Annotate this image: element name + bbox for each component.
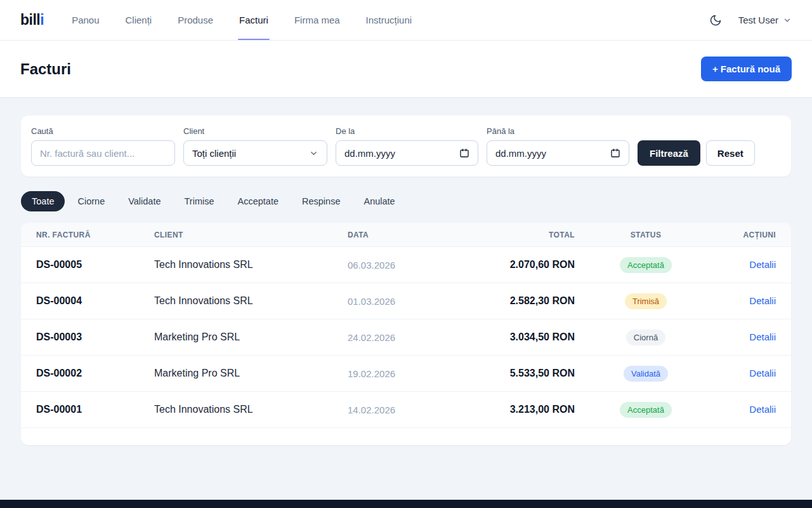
topbar-right: Test User: [709, 14, 792, 27]
invoice-client: Tech Innovations SRL: [154, 404, 348, 415]
table-row: DS-00003 Marketing Pro SRL 24.02.2026 3.…: [21, 319, 791, 356]
calendar-icon: [459, 148, 469, 158]
status-badge: Ciornă: [626, 330, 665, 345]
tab-ciorne[interactable]: Ciorne: [67, 191, 115, 211]
invoice-number: DS-00005: [36, 259, 154, 271]
invoice-client: Tech Innovations SRL: [154, 259, 348, 271]
filter-button[interactable]: Filtrează: [638, 140, 700, 166]
date-from-field: De la dd.mm.yyyy: [336, 126, 478, 166]
main-nav: Panou Clienți Produse Facturi Firma mea …: [72, 0, 412, 40]
invoice-total: 5.533,50 RON: [465, 368, 575, 379]
header-client: CLIENT: [154, 231, 348, 239]
invoice-number: DS-00001: [36, 404, 154, 415]
header-status: STATUS: [575, 231, 717, 239]
date-from-value: dd.mm.yyyy: [344, 148, 395, 159]
search-input[interactable]: [31, 140, 175, 166]
table-footer-spacer: [21, 428, 791, 445]
nav-item-clienti[interactable]: Clienți: [126, 0, 152, 40]
invoice-client: Tech Innovations SRL: [154, 295, 348, 307]
header-total: TOTAL: [465, 231, 575, 239]
table-row: DS-00004 Tech Innovations SRL 01.03.2026…: [21, 283, 791, 319]
page-title: Facturi: [20, 60, 71, 78]
invoice-total: 3.034,50 RON: [465, 331, 575, 343]
header-actiuni: ACȚIUNI: [717, 231, 776, 239]
invoice-total: 2.582,30 RON: [465, 295, 575, 307]
nav-item-produse[interactable]: Produse: [178, 0, 213, 40]
tab-validate[interactable]: Validate: [117, 191, 171, 211]
details-link[interactable]: Detalii: [749, 295, 776, 306]
invoice-total: 3.213,00 RON: [465, 404, 575, 415]
invoice-client: Marketing Pro SRL: [154, 368, 348, 379]
status-badge: Acceptată: [620, 402, 672, 418]
search-field: Caută: [31, 126, 175, 166]
chevron-down-icon: [309, 149, 318, 158]
table-row: DS-00001 Tech Innovations SRL 14.02.2026…: [21, 392, 791, 428]
date-to-field: Până la dd.mm.yyyy: [487, 126, 629, 166]
invoice-total: 2.070,60 RON: [465, 259, 575, 271]
bottom-bar: [0, 500, 812, 508]
date-to-value: dd.mm.yyyy: [495, 148, 546, 159]
invoice-date: 24.02.2026: [348, 332, 465, 343]
filters-card: Caută Client Toți clienții De la dd.mm.y…: [21, 116, 791, 177]
brand-logo[interactable]: billi: [20, 11, 44, 29]
page-header: Facturi + Factură nouă: [0, 41, 812, 98]
invoice-number: DS-00003: [36, 331, 154, 343]
main-content: Caută Client Toți clienții De la dd.mm.y…: [0, 98, 812, 445]
moon-icon: [709, 14, 722, 27]
invoice-date: 06.03.2026: [348, 260, 465, 271]
table-row: DS-00002 Marketing Pro SRL 19.02.2026 5.…: [21, 356, 791, 392]
reset-button[interactable]: Reset: [706, 140, 755, 166]
header-nr-factura: NR. FACTURĂ: [36, 231, 154, 239]
client-select-value: Toți clienții: [192, 148, 236, 159]
invoice-number: DS-00004: [36, 295, 154, 307]
invoice-date: 19.02.2026: [348, 368, 465, 379]
status-badge: Trimisă: [625, 293, 667, 309]
details-link[interactable]: Detalii: [749, 404, 776, 415]
tab-toate[interactable]: Toate: [21, 191, 65, 211]
nav-item-facturi[interactable]: Facturi: [239, 0, 268, 40]
status-badge: Validată: [624, 366, 668, 382]
date-to-input[interactable]: dd.mm.yyyy: [487, 140, 629, 166]
tab-respinse[interactable]: Respinse: [291, 191, 351, 211]
invoice-date: 01.03.2026: [348, 296, 465, 307]
user-menu[interactable]: Test User: [738, 15, 792, 25]
tab-trimise[interactable]: Trimise: [174, 191, 225, 211]
client-select[interactable]: Toți clienții: [183, 140, 327, 166]
invoice-client: Marketing Pro SRL: [154, 331, 348, 343]
brand-logo-accent: i: [40, 11, 44, 28]
tab-anulate[interactable]: Anulate: [353, 191, 405, 211]
date-from-input[interactable]: dd.mm.yyyy: [336, 140, 478, 166]
nav-item-firma-mea[interactable]: Firma mea: [294, 0, 340, 40]
details-link[interactable]: Detalii: [749, 368, 776, 378]
chevron-down-icon: [783, 16, 792, 25]
table-header-row: NR. FACTURĂ CLIENT DATA TOTAL STATUS ACȚ…: [21, 223, 791, 247]
details-link[interactable]: Detalii: [749, 331, 776, 342]
status-tabs: Toate Ciorne Validate Trimise Acceptate …: [21, 191, 791, 211]
calendar-icon: [610, 148, 620, 158]
client-field: Client Toți clienții: [183, 126, 327, 166]
dark-mode-toggle[interactable]: [709, 14, 722, 27]
tab-acceptate[interactable]: Acceptate: [227, 191, 290, 211]
nav-item-panou[interactable]: Panou: [72, 0, 99, 40]
invoice-date: 14.02.2026: [348, 404, 465, 415]
new-invoice-button[interactable]: + Factură nouă: [701, 57, 792, 81]
nav-item-instructiuni[interactable]: Instrucțiuni: [366, 0, 412, 40]
user-name: Test User: [738, 15, 778, 25]
invoice-number: DS-00002: [36, 368, 154, 379]
brand-logo-main: bill: [20, 11, 40, 28]
date-to-label: Până la: [487, 126, 629, 136]
client-label: Client: [183, 126, 327, 136]
status-badge: Acceptată: [620, 257, 672, 273]
date-from-label: De la: [336, 126, 478, 136]
details-link[interactable]: Detalii: [749, 259, 776, 270]
search-label: Caută: [31, 126, 175, 136]
invoices-table: NR. FACTURĂ CLIENT DATA TOTAL STATUS ACȚ…: [21, 223, 791, 445]
header-data: DATA: [348, 231, 465, 239]
table-row: DS-00005 Tech Innovations SRL 06.03.2026…: [21, 247, 791, 283]
top-navbar: billi Panou Clienți Produse Facturi Firm…: [0, 0, 812, 41]
